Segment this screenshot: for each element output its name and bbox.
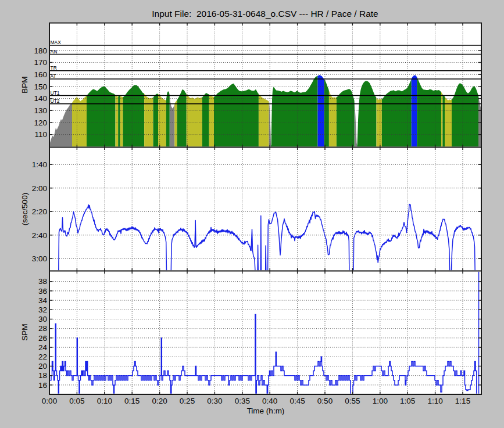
svg-text:2:40: 2:40 (32, 231, 47, 240)
svg-text:0:10: 0:10 (97, 397, 112, 405)
svg-text:0:40: 0:40 (262, 397, 277, 405)
svg-text:24: 24 (38, 343, 48, 352)
svg-text:140: 140 (34, 94, 47, 103)
svg-text:SPM: SPM (20, 323, 29, 340)
svg-text:120: 120 (34, 118, 47, 127)
svg-text:0:35: 0:35 (235, 397, 250, 405)
svg-text:150: 150 (34, 82, 47, 91)
svg-text:0:30: 0:30 (207, 397, 222, 405)
svg-text:32: 32 (38, 305, 47, 314)
svg-text:34: 34 (38, 296, 48, 305)
svg-text:28: 28 (38, 324, 47, 333)
svg-text:0:55: 0:55 (345, 397, 360, 405)
svg-text:30: 30 (38, 315, 47, 323)
svg-text:2:00: 2:00 (32, 184, 47, 193)
svg-text:UT2: UT2 (51, 98, 60, 104)
svg-text:BPM: BPM (20, 76, 29, 93)
svg-text:MAX: MAX (51, 39, 62, 45)
svg-text:170: 170 (34, 58, 47, 67)
svg-text:20: 20 (38, 362, 47, 371)
svg-text:160: 160 (34, 70, 47, 79)
svg-text:18: 18 (38, 371, 47, 380)
svg-text:0:05: 0:05 (69, 397, 84, 405)
svg-text:1:15: 1:15 (455, 397, 470, 405)
svg-text:0:20: 0:20 (152, 397, 167, 405)
svg-text:AN: AN (51, 49, 58, 55)
svg-text:(sec/500): (sec/500) (20, 193, 29, 225)
svg-text:0:25: 0:25 (180, 397, 195, 405)
svg-text:1:10: 1:10 (427, 397, 442, 405)
svg-text:0:45: 0:45 (289, 397, 305, 405)
svg-text:0:15: 0:15 (124, 397, 140, 405)
svg-text:3:00: 3:00 (32, 254, 47, 263)
svg-text:1:00: 1:00 (373, 397, 388, 405)
svg-text:16: 16 (38, 381, 47, 390)
svg-text:26: 26 (38, 334, 47, 343)
svg-text:Input File: 2016-05-31-0648_o: Input File: 2016-05-31-0648_o.CSV --- HR… (152, 9, 378, 19)
svg-text:38: 38 (38, 277, 47, 286)
svg-text:22: 22 (38, 353, 47, 361)
svg-text:TR: TR (51, 65, 57, 71)
svg-text:130: 130 (34, 106, 47, 115)
svg-text:36: 36 (38, 287, 47, 296)
svg-text:1:05: 1:05 (400, 397, 415, 405)
svg-text:Time (h:m): Time (h:m) (247, 407, 285, 415)
svg-text:0:50: 0:50 (317, 397, 333, 405)
svg-text:1:40: 1:40 (32, 160, 47, 169)
svg-text:UT1: UT1 (51, 90, 60, 96)
svg-text:0:00: 0:00 (42, 397, 57, 405)
svg-text:110: 110 (34, 130, 47, 139)
svg-text:180: 180 (34, 46, 47, 55)
svg-text:2:20: 2:20 (32, 207, 47, 216)
